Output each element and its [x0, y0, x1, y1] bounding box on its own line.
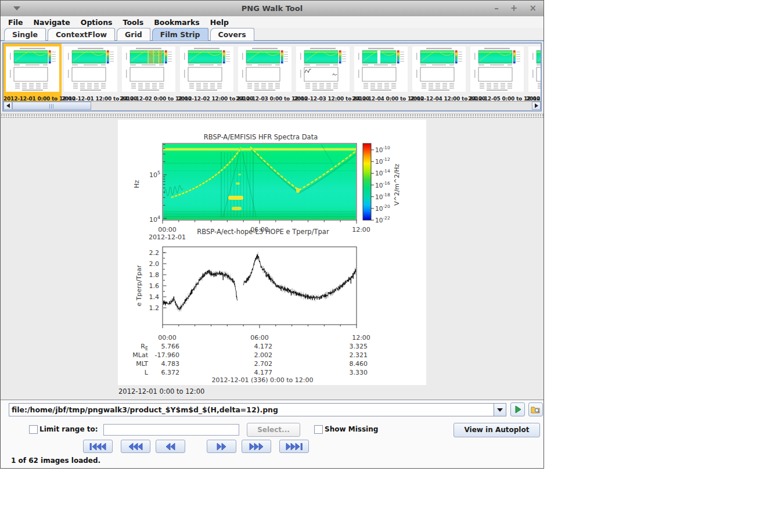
scroll-right-button[interactable]	[532, 102, 541, 110]
minimize-button[interactable]: –	[494, 1, 499, 16]
show-missing-checkbox[interactable]	[314, 425, 323, 434]
menu-help[interactable]: Help	[205, 18, 234, 27]
menu-tools[interactable]: Tools	[118, 18, 149, 27]
dropdown-arrow-icon	[497, 408, 503, 412]
svg-text:Hz: Hz	[133, 180, 141, 188]
svg-text:1.6: 1.6	[149, 282, 160, 290]
folder-open-icon	[531, 405, 541, 414]
first-button[interactable]	[83, 440, 113, 453]
svg-text:10-22: 10-22	[375, 215, 390, 224]
thumbnail-plot	[528, 46, 541, 92]
filmstrip-thumbnail[interactable]: 2012-12-04 12:00 to 24:00	[410, 44, 468, 102]
menu-navigate[interactable]: Navigate	[28, 18, 75, 27]
view-in-autoplot-button[interactable]: View in Autoplot	[454, 423, 540, 437]
tab-grid[interactable]: Grid	[117, 28, 150, 41]
svg-text:4.177: 4.177	[254, 369, 273, 376]
svg-text:e Tperp/Tpar: e Tperp/Tpar	[135, 265, 143, 306]
navigation-buttons	[1, 440, 544, 454]
svg-text:12:00: 12:00	[352, 334, 370, 342]
tab-covers[interactable]: Covers	[210, 28, 254, 41]
svg-text:10-14: 10-14	[375, 168, 390, 177]
filmstrip-thumbnail[interactable]: 2012-12-01 0:00 to 12:00	[3, 44, 62, 102]
maximize-button[interactable]: +	[510, 1, 518, 16]
scrollbar-grip-icon	[49, 104, 54, 109]
window-title: PNG Walk Tool	[1, 4, 544, 13]
svg-text:4.783: 4.783	[161, 360, 180, 368]
svg-text:RBSP-A/EMFISIS HFR Spectra Da: RBSP-A/EMFISIS HFR Spectra Data	[204, 133, 318, 141]
image-caption: 2012-12-01 0:00 to 12:00	[118, 387, 204, 396]
svg-text:L: L	[145, 369, 149, 376]
svg-text:6.372: 6.372	[161, 369, 180, 376]
svg-text:RBSP-A/ect-hope-L3 HOPE e Tpe: RBSP-A/ect-hope-L3 HOPE e Tperp/Tpar	[197, 228, 329, 236]
filmstrip-thumbnail[interactable]: 2012-12-02 0:00 to 12:00	[120, 44, 178, 102]
svg-text:5.766: 5.766	[161, 343, 180, 350]
svg-text:2012-12-01 (336) 0:00 to 12:00: 2012-12-01 (336) 0:00 to 12:00	[212, 376, 314, 384]
svg-text:2.0: 2.0	[149, 260, 160, 268]
previous-icon	[161, 443, 180, 450]
template-url-input[interactable]	[9, 403, 494, 416]
svg-text:10-12: 10-12	[375, 157, 390, 165]
next-button[interactable]	[207, 440, 236, 453]
filmstrip-thumbnails: 2012-12-01 0:00 to 12:002012-12-01 12:00…	[3, 44, 541, 102]
limit-range-checkbox[interactable]	[29, 425, 38, 434]
svg-text:4.172: 4.172	[254, 343, 273, 350]
filmstrip-thumbnail[interactable]: 2012-12-05 0:00 to 12:00	[468, 44, 526, 102]
svg-text:1.2: 1.2	[149, 304, 160, 312]
last-icon	[285, 443, 304, 450]
svg-text:MLT: MLT	[136, 360, 148, 368]
next-icon	[213, 443, 231, 450]
svg-text:3.325: 3.325	[350, 343, 368, 350]
thumbnail-plot	[296, 46, 350, 92]
status-text: 1 of 62 images loaded.	[11, 456, 100, 465]
pngwalk-window: PNG Walk Tool – + × FileNavigateOptionsT…	[0, 0, 544, 469]
filmstrip-thumbnail[interactable]: 2012-12-02 12:00 to 24:00	[178, 44, 236, 102]
previous-page-icon	[127, 443, 145, 450]
svg-text:12:00: 12:00	[352, 226, 370, 233]
menu-file[interactable]: File	[3, 18, 28, 27]
filmstrip-thumbnail[interactable]: 2012-12-01 12:00 to 24:00	[62, 44, 120, 102]
next-page-icon	[247, 443, 266, 450]
svg-text:10-16: 10-16	[375, 181, 390, 189]
thumbnail-plot	[122, 46, 175, 92]
last-button[interactable]	[279, 440, 309, 453]
svg-text:1.8: 1.8	[149, 271, 160, 279]
svg-text:2.321: 2.321	[350, 351, 368, 359]
first-icon	[89, 443, 107, 450]
filmstrip-thumbnail[interactable]: 2012-12-03 12:00 to 24:00	[294, 44, 352, 102]
svg-text:2.002: 2.002	[254, 351, 273, 359]
next-page-button[interactable]	[242, 440, 271, 453]
previous-page-button[interactable]	[121, 440, 150, 453]
tab-bar: SingleContextFlowGridFilm StripCovers	[1, 28, 544, 41]
filmstrip-thumbnail[interactable]: 2012-12-04 0:00 to 12:00	[352, 44, 410, 102]
go-button[interactable]	[510, 402, 525, 416]
svg-text:2.2: 2.2	[149, 249, 160, 257]
svg-text:2.702: 2.702	[254, 360, 273, 368]
filmstrip-thumbnail[interactable]: 2012-12-03 0:00 to 12:00	[236, 44, 294, 102]
filmstrip-scrollbar[interactable]	[3, 101, 541, 110]
svg-text:-17.960: -17.960	[155, 351, 179, 359]
browse-button[interactable]	[528, 402, 543, 416]
menu-options[interactable]: Options	[75, 18, 118, 27]
limit-range-input[interactable]	[103, 424, 239, 436]
tab-contextflow[interactable]: ContextFlow	[48, 28, 115, 41]
controls-panel: Limit range to: Select... Show Missing V…	[1, 400, 544, 469]
svg-text:10-20: 10-20	[375, 204, 390, 212]
svg-text:10-18: 10-18	[375, 192, 390, 200]
scroll-right-icon	[535, 103, 538, 108]
close-button[interactable]: ×	[529, 1, 537, 16]
svg-text:10-10: 10-10	[375, 145, 390, 153]
filmstrip-thumbnail[interactable]: 2012-12-05 12:00 to 24:00	[526, 44, 541, 102]
main-view: RBSP-A/EMFISIS HFR Spectra DataHz1051040…	[1, 118, 544, 400]
scroll-left-button[interactable]	[3, 102, 12, 110]
previous-button[interactable]	[156, 440, 185, 453]
split-divider[interactable]	[1, 113, 544, 118]
title-bar[interactable]: PNG Walk Tool – + ×	[1, 1, 544, 16]
tab-single[interactable]: Single	[4, 28, 46, 41]
filmstrip-panel: 2012-12-01 0:00 to 12:002012-12-01 12:00…	[2, 42, 542, 112]
select-button[interactable]: Select...	[247, 423, 300, 437]
url-dropdown-button[interactable]	[494, 403, 506, 416]
menu-bookmarks[interactable]: Bookmarks	[149, 18, 204, 27]
scrollbar-thumb[interactable]	[12, 102, 91, 110]
tab-film-strip[interactable]: Film Strip	[152, 28, 208, 41]
svg-text:1.4: 1.4	[149, 293, 160, 301]
